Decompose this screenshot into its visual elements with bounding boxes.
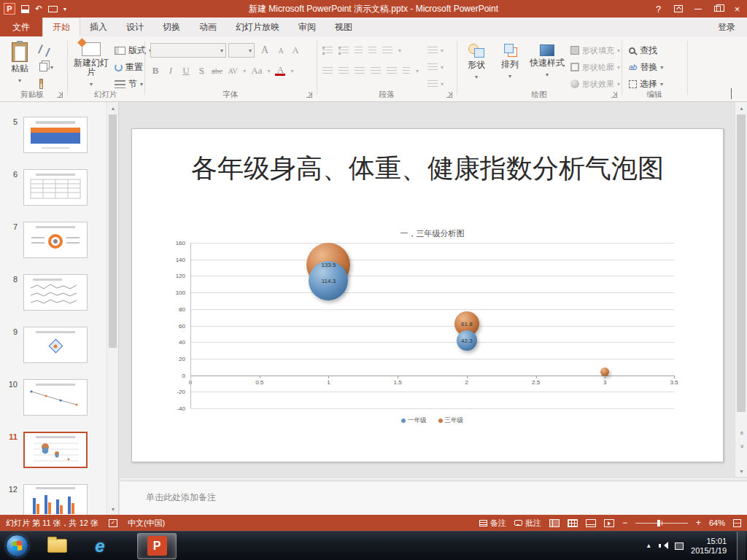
- scroll-up-icon[interactable]: ▲: [735, 102, 747, 114]
- columns-button[interactable]: [403, 67, 410, 75]
- zoom-slider-thumb[interactable]: [657, 520, 660, 526]
- paste-button[interactable]: 粘贴 ▾: [4, 39, 35, 89]
- strikethrough-button[interactable]: abc: [212, 66, 222, 75]
- customize-qat-caret-icon[interactable]: ▾: [63, 6, 66, 12]
- shrink-font-button[interactable]: A: [276, 42, 286, 58]
- align-text-button[interactable]: ▾: [427, 59, 444, 75]
- shapes-button[interactable]: 形状 ▾: [461, 39, 492, 89]
- save-icon[interactable]: [21, 5, 29, 13]
- chart-title[interactable]: 一，三年级分析图: [190, 228, 674, 239]
- zoom-level[interactable]: 64%: [709, 518, 725, 527]
- tab-animations[interactable]: 动画: [190, 18, 226, 36]
- slide-thumbnail-10[interactable]: 10: [0, 378, 107, 430]
- thumbnail-scrollbar[interactable]: ▲ ▼: [107, 102, 118, 515]
- distribute-button[interactable]: [387, 67, 397, 75]
- clipboard-dialog-launcher[interactable]: [57, 92, 63, 98]
- thumbnail-scroll-down-icon[interactable]: ▼: [107, 503, 119, 515]
- slide-counter[interactable]: 幻灯片 第 11 张，共 12 张: [6, 518, 98, 529]
- tab-view[interactable]: 视图: [325, 18, 362, 36]
- font-name-combo[interactable]: ▾: [150, 43, 226, 58]
- layout-button[interactable]: 版式▾: [115, 42, 152, 58]
- scroll-down-icon[interactable]: ▼: [735, 465, 747, 477]
- replace-button[interactable]: ab替换▾: [629, 59, 663, 75]
- slide-thumbnail-6[interactable]: 6: [0, 168, 107, 220]
- bullets-button[interactable]: [322, 47, 333, 55]
- slide-thumbnail-11-selected[interactable]: 11: [0, 430, 107, 483]
- shape-fill-button[interactable]: 形状填充▾: [570, 42, 620, 58]
- cut-button[interactable]: [39, 42, 49, 58]
- slide-title[interactable]: 各年级身高、体重、健康指数分析气泡图: [154, 151, 701, 187]
- font-dialog-launcher[interactable]: [306, 92, 312, 98]
- chart-plot[interactable]: -40-2002040608010012014016000.511.522.53…: [190, 243, 674, 408]
- notes-placeholder[interactable]: 单击此处添加备注: [146, 491, 216, 504]
- start-button[interactable]: [0, 532, 34, 560]
- character-spacing-button[interactable]: AV: [228, 67, 238, 75]
- line-spacing-button[interactable]: [382, 47, 392, 55]
- slide-thumbnail-8[interactable]: 8: [0, 273, 107, 325]
- slide-thumbnail-7[interactable]: 7: [0, 220, 107, 273]
- paragraph-dialog-launcher[interactable]: [446, 92, 452, 98]
- taskbar-explorer-button[interactable]: [37, 533, 77, 559]
- slide-sorter-view-button[interactable]: [568, 519, 578, 527]
- new-slide-button[interactable]: 新建幻灯片 ▾: [71, 39, 111, 89]
- normal-view-button[interactable]: [549, 519, 560, 527]
- drawing-dialog-launcher[interactable]: [611, 92, 617, 98]
- reading-view-button[interactable]: [586, 519, 596, 527]
- zoom-out-button[interactable]: −: [622, 518, 627, 528]
- slide-thumbnail-5[interactable]: 5: [0, 115, 107, 168]
- thumbnail-scrollbar-thumb[interactable]: [109, 114, 117, 348]
- tab-slideshow[interactable]: 幻灯片放映: [226, 18, 289, 36]
- fit-slide-to-window-button[interactable]: [733, 519, 741, 527]
- collapse-ribbon-button[interactable]: [731, 89, 732, 99]
- font-size-combo[interactable]: ▾: [228, 43, 255, 58]
- change-case-button[interactable]: Aa: [251, 65, 262, 77]
- zoom-in-button[interactable]: +: [696, 518, 701, 528]
- notes-pane[interactable]: 单击此处添加备注: [120, 481, 747, 515]
- tab-transitions[interactable]: 切换: [153, 18, 190, 36]
- text-shadow-button[interactable]: S: [196, 65, 206, 77]
- minimize-button[interactable]: [688, 0, 708, 18]
- notes-toggle-button[interactable]: 备注: [479, 518, 506, 529]
- ribbon-display-options-button[interactable]: [668, 0, 688, 18]
- restore-button[interactable]: [708, 0, 727, 18]
- start-slideshow-icon[interactable]: [48, 6, 58, 12]
- grow-font-button[interactable]: A: [260, 42, 270, 58]
- align-right-button[interactable]: [355, 67, 365, 75]
- increase-indent-button[interactable]: [368, 47, 376, 55]
- text-direction-button[interactable]: ▾: [427, 42, 444, 58]
- align-left-button[interactable]: [322, 67, 333, 75]
- help-button[interactable]: ?: [649, 0, 668, 18]
- close-button[interactable]: ×: [727, 0, 747, 18]
- sign-in-link[interactable]: 登录: [718, 18, 747, 36]
- arrange-button[interactable]: 排列 ▾: [495, 39, 525, 89]
- font-color-button[interactable]: A: [275, 66, 285, 76]
- decrease-indent-button[interactable]: [355, 47, 363, 55]
- show-hidden-icons-button[interactable]: ▲: [646, 542, 651, 549]
- zoom-slider[interactable]: [635, 523, 688, 524]
- comments-toggle-button[interactable]: 批注: [514, 518, 541, 529]
- find-button[interactable]: 查找: [629, 42, 657, 58]
- slideshow-view-button[interactable]: [604, 519, 614, 527]
- previous-slide-button[interactable]: «: [735, 427, 747, 439]
- language-indicator[interactable]: 中文(中国): [128, 518, 165, 529]
- quick-styles-button[interactable]: 快速样式 ▾: [528, 39, 566, 89]
- tab-file[interactable]: 文件: [0, 18, 42, 36]
- slide-11[interactable]: 各年级身高、体重、健康指数分析气泡图 一，三年级分析图 -40-20020406…: [131, 128, 724, 462]
- clear-formatting-button[interactable]: A: [290, 42, 301, 58]
- reset-button[interactable]: 重置: [115, 59, 143, 75]
- justify-button[interactable]: [371, 67, 381, 75]
- undo-icon[interactable]: ↶: [35, 4, 42, 13]
- tab-home[interactable]: 开始: [42, 18, 80, 36]
- align-center-button[interactable]: [338, 67, 349, 75]
- copy-button[interactable]: ▾: [39, 59, 53, 75]
- scrollbar-thumb[interactable]: [737, 114, 746, 412]
- taskbar-powerpoint-button[interactable]: P: [137, 533, 177, 559]
- taskbar-clock[interactable]: 15:01 2015/1/19: [691, 537, 729, 556]
- tab-insert[interactable]: 插入: [80, 18, 117, 36]
- bold-button[interactable]: B: [150, 65, 160, 77]
- powerpoint-logo-icon[interactable]: P: [4, 3, 15, 15]
- tab-review[interactable]: 审阅: [289, 18, 325, 36]
- slide-thumbnail-9[interactable]: 9: [0, 325, 107, 378]
- numbering-button[interactable]: [338, 47, 349, 55]
- taskbar-ie-button[interactable]: e: [80, 533, 120, 559]
